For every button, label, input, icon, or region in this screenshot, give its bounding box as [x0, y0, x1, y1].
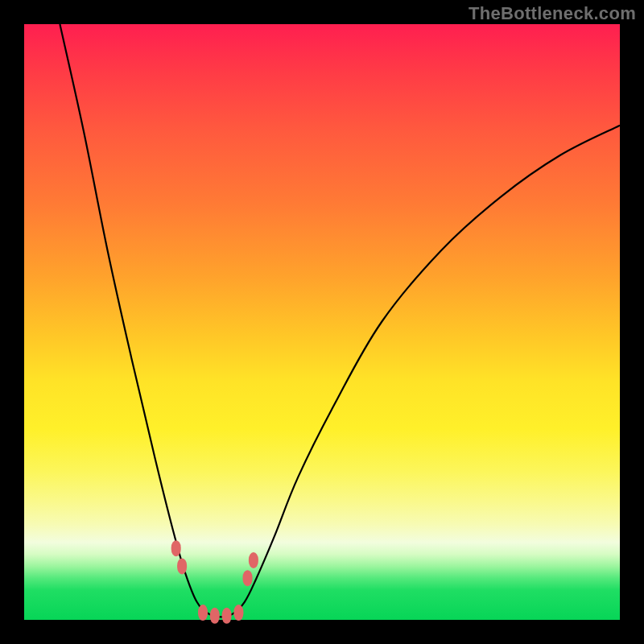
optimum-marker: [198, 605, 208, 621]
optimum-marker: [233, 605, 243, 621]
optimum-marker: [171, 540, 181, 556]
chart-frame: TheBottleneck.com: [0, 0, 644, 644]
watermark-text: TheBottleneck.com: [469, 3, 636, 24]
optimum-marker: [222, 608, 232, 624]
plot-area: [24, 24, 620, 620]
optimum-marker: [249, 552, 258, 568]
optimum-marker: [243, 570, 253, 586]
optimum-marker: [210, 608, 220, 624]
bottleneck-curve: [60, 24, 620, 617]
optimum-marker-group: [171, 540, 258, 624]
optimum-marker: [177, 558, 187, 574]
curve-layer: [24, 24, 620, 620]
